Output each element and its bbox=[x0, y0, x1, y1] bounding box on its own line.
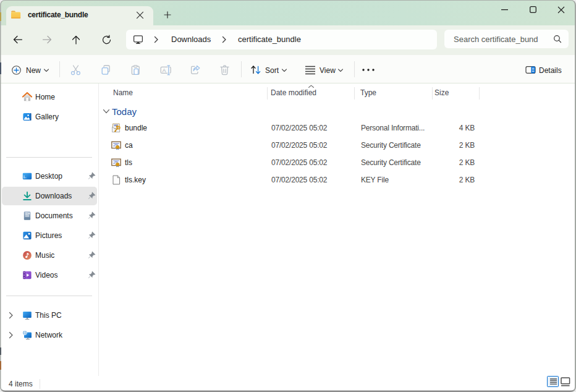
svg-text:A: A bbox=[163, 67, 166, 74]
